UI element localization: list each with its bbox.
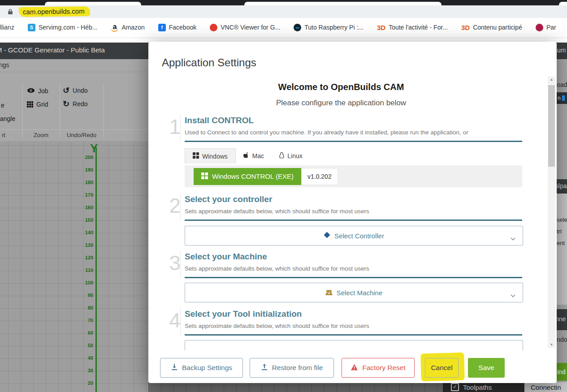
axis-tick-label: 130 <box>75 242 93 248</box>
bookmark-allianz[interactable]: llianz <box>0 24 14 31</box>
raspberry-pi-icon <box>536 24 543 31</box>
scroll-down-icon[interactable]: ▼ <box>548 343 555 347</box>
modal-footer: Backup Settings Restore from file Factor… <box>148 350 557 383</box>
bookmark-raspberry[interactable]: Par <box>536 24 556 31</box>
panel-header-fragment: nne <box>557 309 567 330</box>
axis-tick-label: 80 <box>75 305 93 310</box>
step-number: 2 <box>164 194 181 217</box>
toolpaths-bar[interactable]: ✓ Toolpaths <box>443 382 524 392</box>
green-button-fragment[interactable]: ind <box>557 363 567 381</box>
axis-tick-label: 170 <box>75 192 93 198</box>
upload-icon <box>261 364 268 372</box>
bookmark-3d-activite[interactable]: 3DToute l'activité - For... <box>377 24 448 31</box>
os-tab-bar: Windows Mac Linux <box>185 148 310 164</box>
machine-icon <box>325 289 333 297</box>
step-number: 1 <box>164 116 181 138</box>
controller-dropdown[interactable]: Select Controller <box>185 226 523 246</box>
bookmark-facebook[interactable]: fFacebook <box>158 24 196 31</box>
toolbar-grid-button[interactable]: Grid <box>27 101 48 108</box>
text-fragment: ndo <box>557 336 567 343</box>
axis-tick-label: 90 <box>75 293 93 298</box>
bookmark-label: Facebook <box>169 24 196 31</box>
bottom-status-strip: ✓ Toolpaths Connectin <box>148 382 567 392</box>
toolbar-redo-label: Redo <box>73 100 87 108</box>
save-button[interactable]: Save <box>468 358 505 378</box>
axis-tick-label: 120 <box>75 255 93 260</box>
app-menu-row: ngs <box>0 59 148 72</box>
toolbar-divider <box>0 129 148 130</box>
blue-icon <box>562 95 565 101</box>
browser-tab[interactable] <box>559 2 567 5</box>
tab-mac[interactable]: Mac <box>236 148 272 164</box>
browser-tab[interactable] <box>45 2 141 5</box>
axis-tick-label: 190 <box>75 167 93 172</box>
bookmark-servimg[interactable]: SServimg.com - Héb... <box>28 24 97 31</box>
toolbar-group-label-zoom: Zoom <box>22 132 60 138</box>
axis-tick-label: 160 <box>75 205 93 210</box>
welcome-title: Welcome to OpenBuilds CAM <box>148 82 534 92</box>
modal-scrollbar[interactable]: ▲ ▼ <box>548 76 555 348</box>
y-axis-line <box>95 147 97 392</box>
bookmark-label: Toute l'activité - For... <box>389 24 448 31</box>
axis-tick-label: 180 <box>75 180 93 185</box>
menu-item-fragment[interactable]: ngs <box>0 61 9 69</box>
badge-fragment[interactable]: n <box>557 92 567 104</box>
machine-dropdown[interactable]: Select Machine <box>185 283 523 302</box>
section-select-controller: Select your controller Sets approximate … <box>180 194 522 221</box>
address-bar[interactable]: cam.openbuilds.com <box>0 5 567 18</box>
section-underline <box>185 141 522 142</box>
section-underline <box>185 334 522 336</box>
checkbox-icon[interactable]: ✓ <box>451 383 459 391</box>
amazon-icon: a <box>111 23 118 32</box>
tab-windows[interactable]: Windows <box>185 148 236 164</box>
tool-init-dropdown[interactable] <box>185 340 523 350</box>
3d-forum-icon: 3D <box>461 24 470 31</box>
scrollbar-thumb[interactable] <box>548 85 555 167</box>
axis-tick-label: 140 <box>75 230 93 235</box>
toolbar-undo-button[interactable]: ↺ Undo <box>63 87 88 94</box>
linux-penguin-icon <box>279 152 284 160</box>
factory-reset-button[interactable]: Factory Reset <box>342 358 415 378</box>
restore-from-file-button[interactable]: Restore from file <box>250 358 334 378</box>
toolbar-item-fragment[interactable]: e <box>1 102 4 109</box>
page-right-edge: cum oad n olpa sele trl ent nne ndo ind <box>557 43 567 382</box>
toolbar-undo-label: Undo <box>73 87 87 94</box>
axis-tick-label: 40 <box>75 355 93 361</box>
bookmark-vnc[interactable]: VNC® Viewer for G... <box>210 24 280 31</box>
axis-tick-label: 110 <box>75 267 93 273</box>
browser-tab[interactable] <box>244 2 441 5</box>
timeline-ruler <box>148 382 443 392</box>
connection-status: Connectin <box>524 382 567 392</box>
toolbar-group-label: rt <box>2 132 5 138</box>
restore-from-file-label: Restore from file <box>272 364 323 372</box>
redo-icon: ↻ <box>63 101 69 107</box>
url-text[interactable]: cam.openbuilds.com <box>19 6 90 17</box>
apple-icon <box>243 152 249 160</box>
toolbar-job-button[interactable]: Job <box>27 87 48 95</box>
text-fragment: sele <box>557 216 567 223</box>
download-control-button[interactable]: Windows CONTROL (EXE) v1.0.202 <box>194 168 338 185</box>
bookmark-tuto-raspberry[interactable]: ●●Tuto Raspberry Pi :... <box>294 24 364 31</box>
toolbar-item-fragment[interactable]: angle <box>0 115 15 122</box>
axis-tick-label: 30 <box>75 368 93 373</box>
bookmark-amazon[interactable]: aAmazon <box>111 23 144 32</box>
windows-logo-icon <box>193 152 199 160</box>
axis-tick-label: 20 <box>75 380 93 386</box>
section-underline <box>185 277 522 278</box>
factory-reset-label: Factory Reset <box>362 364 405 372</box>
backup-settings-button[interactable]: Backup Settings <box>160 358 243 378</box>
cancel-button[interactable]: Cancel <box>425 358 459 378</box>
toolbar-redo-button[interactable]: ↻ Redo <box>63 100 88 108</box>
download-icon <box>171 364 178 372</box>
app-title: M - GCODE Generator - Public Beta <box>0 46 105 54</box>
bookmark-3d-contenu[interactable]: 3DContenu participé <box>461 24 522 31</box>
browser-tab-strip <box>0 0 567 5</box>
cam-canvas[interactable]: Y 20019018017016015014013012011010090807… <box>0 141 148 392</box>
text-fragment: trl <box>557 228 562 235</box>
tab-linux[interactable]: Linux <box>272 148 310 164</box>
panel-header-fragment: olpa <box>557 179 567 194</box>
scroll-up-icon[interactable]: ▲ <box>548 78 555 82</box>
lock-icon <box>8 9 13 15</box>
facebook-icon: f <box>158 24 166 31</box>
welcome-subtitle: Please configure the application below <box>148 99 534 108</box>
